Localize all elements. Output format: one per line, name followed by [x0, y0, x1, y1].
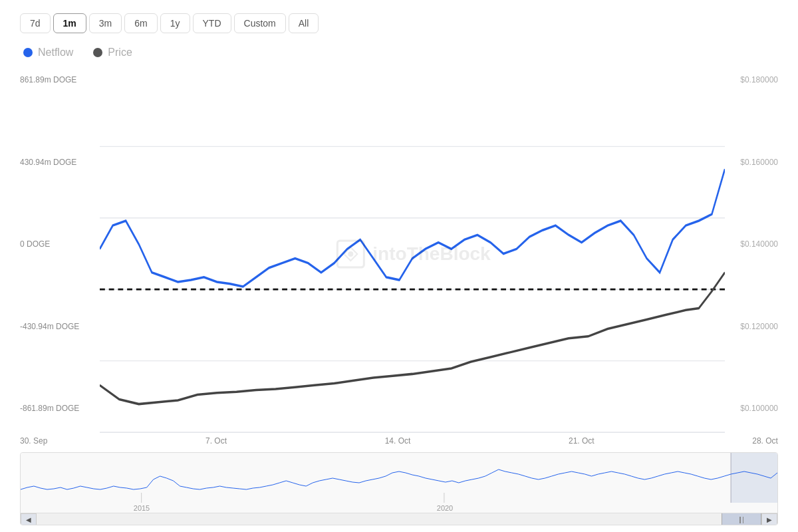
- main-chart-wrapper: 861.89m DOGE430.94m DOGE0 DOGE-430.94m D…: [20, 75, 778, 433]
- y-right-label: $0.140000: [725, 239, 778, 249]
- filter-btn-all[interactable]: All: [289, 13, 319, 33]
- main-chart-svg: [100, 75, 725, 432]
- scroll-right-arrow[interactable]: ▶: [761, 513, 777, 526]
- legend-price: Price: [93, 47, 132, 59]
- x-axis-label: 21. Oct: [569, 436, 595, 446]
- nav-year-labels: 2015 2020: [21, 503, 777, 513]
- price-label: Price: [108, 47, 132, 59]
- filter-btn-7d[interactable]: 7d: [20, 13, 51, 33]
- netflow-label: Netflow: [38, 47, 73, 59]
- chart-area: 861.89m DOGE430.94m DOGE0 DOGE-430.94m D…: [20, 75, 778, 446]
- scroll-left-arrow[interactable]: ◀: [21, 513, 37, 526]
- thumb-line-2: [743, 517, 744, 523]
- navigator-svg: [21, 453, 777, 503]
- year-2020: 2020: [437, 504, 453, 512]
- y-right-label: $0.160000: [725, 158, 778, 167]
- y-left-label: -861.89m DOGE: [20, 404, 100, 413]
- chart-legend: Netflow Price: [20, 47, 778, 59]
- scroll-thumb[interactable]: [722, 513, 761, 525]
- y-left-label: 0 DOGE: [20, 239, 100, 249]
- legend-netflow: Netflow: [23, 47, 73, 59]
- price-dot: [93, 48, 102, 57]
- scroll-track: [37, 513, 761, 525]
- filter-btn-custom[interactable]: Custom: [234, 13, 286, 33]
- navigator-wrapper: 2015 2020 ◀ ▶: [20, 452, 778, 525]
- svg-rect-8: [21, 453, 777, 503]
- x-axis-label: 28. Oct: [752, 436, 778, 446]
- y-left-label: 430.94m DOGE: [20, 158, 100, 167]
- main-container: 7d1m3m6m1yYTDCustomAll Netflow Price 861…: [0, 0, 798, 532]
- thumb-line-1: [739, 517, 741, 523]
- x-axis: 30. Sep7. Oct14. Oct21. Oct28. Oct: [20, 433, 778, 446]
- scroll-thumb-lines: [739, 517, 743, 523]
- filter-btn-1y[interactable]: 1y: [160, 13, 190, 33]
- y-left-label: -430.94m DOGE: [20, 322, 100, 331]
- filter-btn-1m[interactable]: 1m: [53, 13, 86, 33]
- navigator-scrollbar: ◀ ▶: [21, 513, 777, 525]
- y-left-label: 861.89m DOGE: [20, 75, 100, 84]
- x-axis-label: 14. Oct: [385, 436, 411, 446]
- year-2015: 2015: [134, 504, 150, 512]
- time-filter-bar: 7d1m3m6m1yYTDCustomAll: [20, 13, 778, 33]
- y-right-label: $0.100000: [725, 404, 778, 413]
- filter-btn-3m[interactable]: 3m: [89, 13, 122, 33]
- y-axis-right: $0.180000$0.160000$0.140000$0.120000$0.1…: [725, 75, 778, 433]
- y-right-label: $0.120000: [725, 322, 778, 331]
- x-axis-label: 7. Oct: [205, 436, 227, 446]
- y-axis-left: 861.89m DOGE430.94m DOGE0 DOGE-430.94m D…: [20, 75, 100, 433]
- filter-btn-ytd[interactable]: YTD: [193, 13, 231, 33]
- y-right-label: $0.180000: [725, 75, 778, 84]
- netflow-dot: [23, 48, 33, 57]
- filter-btn-6m[interactable]: 6m: [124, 13, 157, 33]
- chart-inner: intoTheBlock: [100, 75, 725, 433]
- x-axis-label: 30. Sep: [20, 436, 47, 446]
